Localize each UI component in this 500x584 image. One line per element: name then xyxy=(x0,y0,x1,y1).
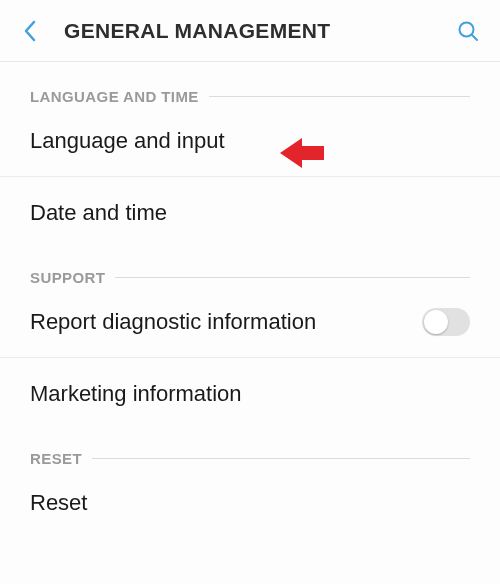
search-icon[interactable] xyxy=(454,17,482,45)
row-label: Marketing information xyxy=(30,381,470,407)
back-icon[interactable] xyxy=(18,19,42,43)
divider xyxy=(115,277,470,278)
page-title: GENERAL MANAGEMENT xyxy=(64,19,454,43)
row-label: Reset xyxy=(30,490,470,516)
row-report-diagnostic[interactable]: Report diagnostic information xyxy=(0,286,500,358)
section-label: LANGUAGE AND TIME xyxy=(30,88,199,105)
svg-line-1 xyxy=(472,35,477,40)
row-reset[interactable]: Reset xyxy=(0,467,500,539)
toggle-knob xyxy=(424,310,448,334)
row-language-and-input[interactable]: Language and input xyxy=(0,105,500,177)
section-label: RESET xyxy=(30,450,82,467)
row-marketing-information[interactable]: Marketing information xyxy=(0,358,500,430)
row-label: Report diagnostic information xyxy=(30,309,422,335)
divider xyxy=(92,458,470,459)
divider xyxy=(209,96,470,97)
header-bar: GENERAL MANAGEMENT xyxy=(0,0,500,62)
settings-content: LANGUAGE AND TIME Language and input Dat… xyxy=(0,62,500,539)
chevron-left-icon xyxy=(23,20,37,42)
section-header-language-time: LANGUAGE AND TIME xyxy=(0,62,500,105)
row-label: Date and time xyxy=(30,200,470,226)
section-header-reset: RESET xyxy=(0,430,500,467)
row-date-and-time[interactable]: Date and time xyxy=(0,177,500,249)
section-label: SUPPORT xyxy=(30,269,105,286)
magnifier-icon xyxy=(456,19,480,43)
row-label: Language and input xyxy=(30,128,470,154)
toggle-report-diagnostic[interactable] xyxy=(422,308,470,336)
section-header-support: SUPPORT xyxy=(0,249,500,286)
